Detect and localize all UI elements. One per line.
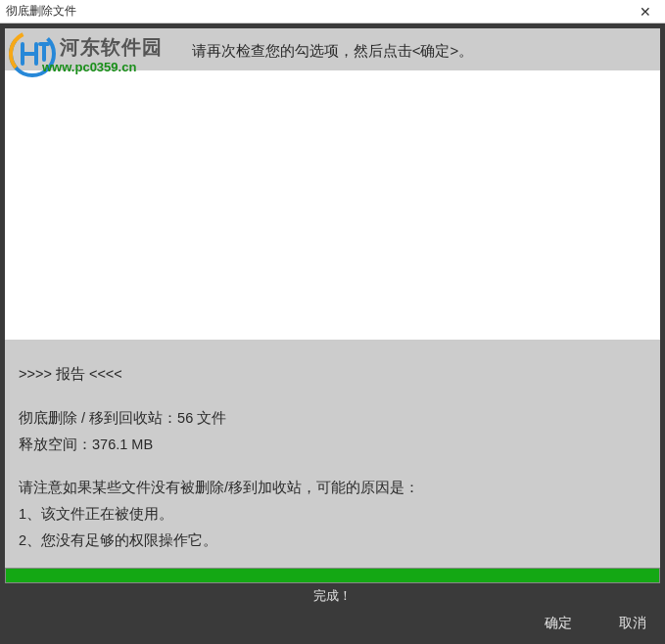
window-body: 河东软件园 www.pc0359.cn 请再次检查您的勾选项，然后点击<确定>。… — [0, 23, 665, 644]
deleted-count-line: 彻底删除 / 移到回收站：56 文件 — [19, 405, 646, 432]
reason-2: 2、您没有足够的权限操作它。 — [19, 528, 646, 554]
file-list-panel — [5, 70, 660, 340]
button-bar: 确定 取消 — [5, 607, 660, 642]
notice-section: 请注意如果某些文件没有被删除/移到加收站，可能的原因是： 1、该文件正在被使用。… — [19, 475, 646, 553]
report-section: >>>> 报告 <<<< 彻底删除 / 移到回收站：56 文件 释放空间：376… — [5, 340, 660, 568]
freed-space-line: 释放空间：376.1 MB — [19, 432, 646, 458]
close-icon: ✕ — [640, 4, 651, 20]
report-stats: 彻底删除 / 移到回收站：56 文件 释放空间：376.1 MB — [19, 405, 646, 458]
notice-header: 请注意如果某些文件没有被删除/移到加收站，可能的原因是： — [19, 475, 646, 501]
content-area: 河东软件园 www.pc0359.cn 请再次检查您的勾选项，然后点击<确定>。… — [5, 28, 660, 583]
watermark-brand: 河东软件园 — [60, 34, 163, 61]
progress-status: 完成！ — [5, 583, 660, 607]
report-header: >>>> 报告 <<<< — [19, 361, 646, 388]
cancel-button[interactable]: 取消 — [619, 615, 646, 632]
ok-button[interactable]: 确定 — [545, 615, 572, 632]
window-title: 彻底删除文件 — [6, 3, 76, 20]
watermark-url: www.pc0359.cn — [42, 60, 136, 74]
progress-bar — [5, 568, 660, 583]
titlebar: 彻底删除文件 ✕ — [0, 0, 665, 23]
close-button[interactable]: ✕ — [626, 0, 665, 23]
reason-1: 1、该文件正在被使用。 — [19, 501, 646, 528]
